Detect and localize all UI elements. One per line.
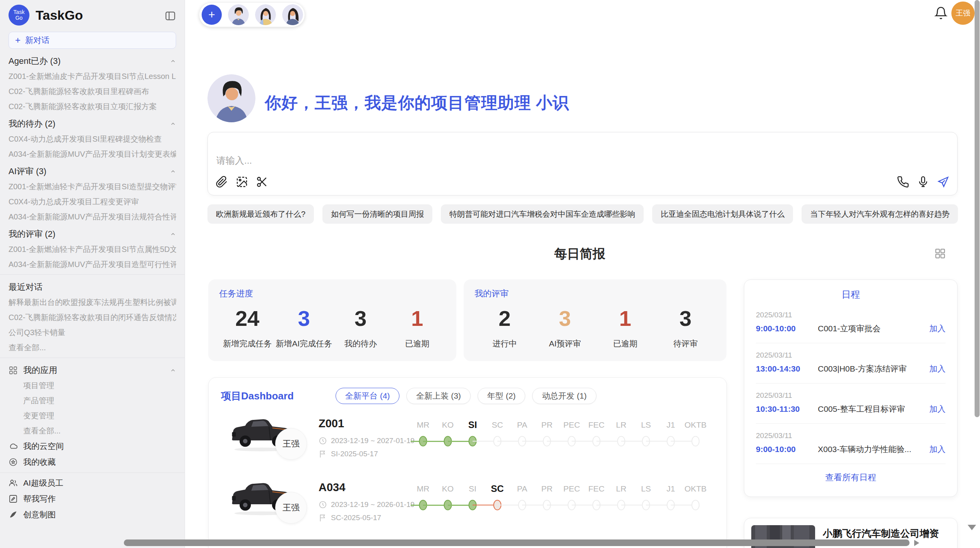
divider xyxy=(756,464,946,464)
recent-view-all[interactable]: 查看全部... xyxy=(9,342,176,353)
event-name: C005-整车工程目标评审 xyxy=(818,404,929,414)
suggestion-chip[interactable]: 如何写一份清晰的项目周报 xyxy=(322,204,432,224)
my-apps-section: 我的应用 项目管理产品管理变更管理查看全部... xyxy=(9,365,176,436)
stat-label: 待评审 xyxy=(655,338,716,349)
milestone-label: KO xyxy=(435,482,460,496)
sidebar-section-header[interactable]: AI评审 (3) xyxy=(9,166,176,177)
sidebar-section-header[interactable]: 我的评审 (2) xyxy=(9,229,176,240)
sidebar-task-item[interactable]: C0X4-动力总成开发项目工程变更评审 xyxy=(9,197,176,207)
phone-call-icon[interactable] xyxy=(896,175,910,189)
favorites-label: 我的收藏 xyxy=(23,457,56,468)
sidebar-task-item[interactable]: A034-全新新能源MUV产品开发项目造型可行性评审 xyxy=(9,259,176,269)
suggestion-chip[interactable]: 当下年轻人对汽车外观有怎样的喜好趋势 xyxy=(802,204,958,224)
sidebar-task-item[interactable]: A034-全新新能源MUV产品开发项目法规符合性评审 xyxy=(9,212,176,222)
milestone-label: MR xyxy=(411,418,435,432)
sidebar-item-ai-staff[interactable]: AI超级员工 xyxy=(9,478,176,488)
suggestion-chip[interactable]: 比亚迪全固态电池计划具体说了什么 xyxy=(652,204,793,224)
sidebar-item-cloud-space[interactable]: 我的云空间 xyxy=(9,441,176,452)
ai-staff-label: AI超级员工 xyxy=(23,478,63,488)
notification-bell-icon[interactable] xyxy=(934,6,948,20)
microphone-icon[interactable] xyxy=(916,175,930,189)
scissors-icon[interactable] xyxy=(255,175,269,189)
milestone-label: SI xyxy=(460,482,485,496)
sidebar-task-item[interactable]: C02-飞腾新能源轻客改款项目里程碑画布 xyxy=(9,86,176,96)
stat-item: 1 已逾期 xyxy=(389,307,445,349)
new-chat-button[interactable]: + 新对话 xyxy=(9,32,176,49)
milestone-node: MR xyxy=(411,482,435,514)
divider xyxy=(756,383,946,384)
attachment-icon[interactable] xyxy=(215,175,229,189)
milestone-label: FEC xyxy=(584,418,609,432)
horizontal-scrollbar[interactable] xyxy=(124,539,910,546)
milestone-label: LR xyxy=(609,482,634,496)
sidebar-section-header[interactable]: 我的待办 (2) xyxy=(9,118,176,129)
my-review-card: 我的评审 2 进行中 3 AI预评审 1 已逾期 3 待评审 xyxy=(464,279,726,361)
suggestion-chip[interactable]: 特朗普可能对进口汽车增税会对中国车企造成哪些影响 xyxy=(441,204,644,224)
avatar-person-2[interactable] xyxy=(255,4,276,25)
avatar-person-3[interactable] xyxy=(282,4,303,25)
join-meeting-link[interactable]: 加入 xyxy=(929,363,946,374)
project-dashboard-card: 项目Dashboard 全新平台 (4)全新上装 (3)年型 (2)动总开发 (… xyxy=(208,377,727,548)
send-icon[interactable] xyxy=(936,175,950,189)
app-item[interactable]: 项目管理 xyxy=(23,380,176,390)
collapse-sidebar-icon[interactable] xyxy=(164,10,176,20)
dashboard-tab[interactable]: 全新平台 (4) xyxy=(336,388,400,404)
recent-chat-item[interactable]: C02-飞腾新能源轻客改款项目的闭环通告反馈情况 xyxy=(9,312,176,322)
user-avatar[interactable]: 王强 xyxy=(951,2,975,25)
milestone-label: J1 xyxy=(658,418,683,432)
join-meeting-link[interactable]: 加入 xyxy=(929,323,946,334)
task-progress-card: 任务进度 24 新增完成任务 3 新增AI完成任务 3 我的待办 1 已逾期 xyxy=(208,279,456,361)
recent-chat-item[interactable]: 公司Q3轻卡销量 xyxy=(9,327,176,337)
sidebar-task-item[interactable]: C02-飞腾新能源轻客改款项目立项汇报方案 xyxy=(9,101,176,111)
join-meeting-link[interactable]: 加入 xyxy=(929,404,946,414)
dashboard-tab[interactable]: 年型 (2) xyxy=(478,388,526,404)
add-session-button[interactable]: + xyxy=(202,5,222,25)
sidebar-task-item[interactable]: Z001-全新燃油轻卡产品开发项目SI节点属性5D文件评审 xyxy=(9,244,176,254)
avatar-person-1[interactable] xyxy=(228,4,249,25)
stat-item: 3 AI预评审 xyxy=(535,307,595,349)
section-title: 我的评审 (2) xyxy=(9,228,55,240)
sidebar-task-item[interactable]: A034-全新新能源MUV产品开发项目计划变更表编写 xyxy=(9,149,176,159)
stat-item: 2 进行中 xyxy=(475,307,535,349)
creative-draw-label: 创意制图 xyxy=(23,509,56,520)
app-item[interactable]: 查看全部... xyxy=(23,426,176,436)
sidebar-item-creative-draw[interactable]: 创意制图 xyxy=(9,509,176,520)
join-meeting-link[interactable]: 加入 xyxy=(929,444,946,455)
recent-chat-item[interactable]: 解释最新出台的欧盟报废车法规再生塑料比例被调至15%... xyxy=(9,297,176,307)
dashboard-tab[interactable]: 全新上装 (3) xyxy=(406,388,471,404)
milestone-label: PA xyxy=(510,482,535,496)
app-item[interactable]: 产品管理 xyxy=(23,396,176,406)
stat-item: 3 待评审 xyxy=(655,307,716,349)
project-row[interactable]: 王强 A034 2023-12-19 ~ 2026-01-19 SC-2025-… xyxy=(209,471,726,535)
my-apps-header[interactable]: 我的应用 xyxy=(9,365,176,376)
stat-item: 3 我的待办 xyxy=(332,307,389,349)
app-item[interactable]: 变更管理 xyxy=(23,411,176,421)
chat-input[interactable] xyxy=(216,151,758,170)
layout-grid-icon[interactable] xyxy=(934,248,946,259)
sidebar-item-write-help[interactable]: 帮我写作 xyxy=(9,493,176,504)
section-title: 我的待办 (2) xyxy=(9,118,55,130)
sidebar-task-item[interactable]: Z001-全新燃油轻卡产品开发项目SI造型提交物评审 xyxy=(9,182,176,192)
project-row[interactable]: 王强 Z001 2023-12-19 ~ 2027-01-19 SI-2025-… xyxy=(209,407,726,471)
scroll-right-arrow-icon[interactable] xyxy=(914,540,919,546)
sidebar-item-favorites[interactable]: 我的收藏 xyxy=(9,457,176,468)
stat-value: 24 xyxy=(219,307,276,331)
project-name: Z001 xyxy=(319,417,344,430)
divider xyxy=(0,274,185,275)
milestone-label: LR xyxy=(609,418,634,432)
news-title: 小鹏飞行汽车制造公司增资 xyxy=(823,527,950,540)
stat-label: 已逾期 xyxy=(389,338,445,349)
view-all-schedule-link[interactable]: 查看所有日程 xyxy=(756,472,946,483)
sidebar-task-item[interactable]: C0X4-动力总成开发项目SI里程碑提交物检查 xyxy=(9,134,176,144)
vertical-scrollbar[interactable] xyxy=(975,0,980,417)
milestone-node: KO xyxy=(435,482,460,514)
suggestion-chip[interactable]: 欧洲新规最近颁布了什么? xyxy=(207,204,314,224)
image-upload-icon[interactable] xyxy=(235,175,249,189)
sidebar-section-header[interactable]: Agent已办 (3) xyxy=(9,56,176,67)
dashboard-tab[interactable]: 动总开发 (1) xyxy=(532,388,596,404)
chat-input-box xyxy=(207,132,958,195)
scroll-down-arrow-icon[interactable] xyxy=(968,525,976,530)
schedule-card: 日程 2025/03/11 9:00-10:00 C001-立项审批会 加入 2… xyxy=(744,279,958,497)
app-logo: Task Go xyxy=(9,5,29,26)
sidebar-task-item[interactable]: Z001-全新燃油皮卡产品开发项目SI节点Lesson Learn报告 xyxy=(9,71,176,81)
